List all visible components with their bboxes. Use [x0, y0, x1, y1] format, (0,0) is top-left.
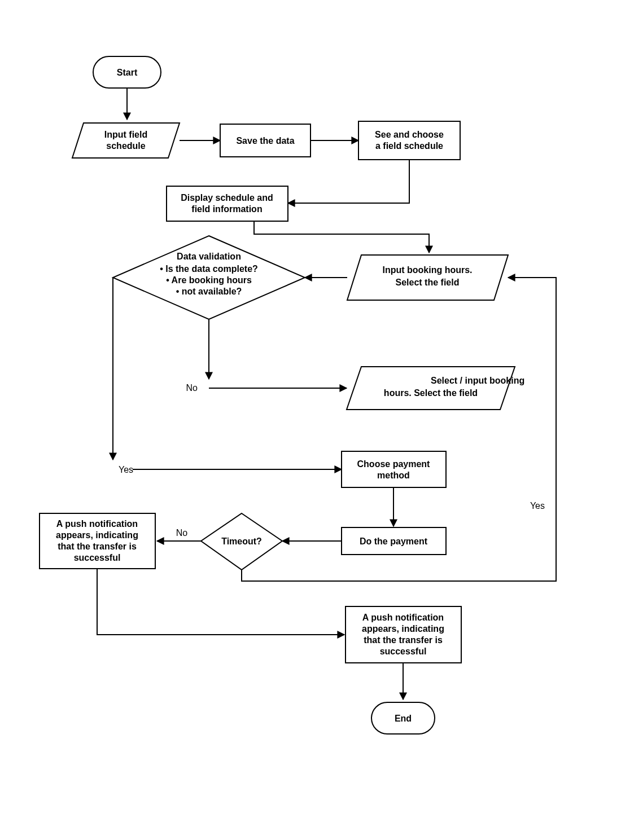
svg-rect-8 — [342, 451, 446, 487]
sb-l2: hours. Select the field — [384, 388, 478, 398]
node-do-payment: Do the payment — [342, 527, 446, 555]
ib-l2: Select the field — [396, 278, 460, 287]
p1-l3: that the transfer is — [58, 542, 137, 551]
node-end: End — [371, 702, 435, 734]
flowchart-canvas: Start Input field schedule Save the data… — [0, 0, 621, 840]
input-schedule-l1: Input field — [104, 130, 147, 139]
choose-l1: See and choose — [375, 130, 444, 139]
node-input-booking: Input booking hours. Select the field — [347, 255, 508, 300]
edge-yes1: Yes — [119, 465, 133, 474]
val-b2: • Are booking hours — [166, 275, 252, 285]
input-schedule-l2: schedule — [106, 141, 145, 151]
end-label: End — [395, 714, 412, 723]
val-title: Data validation — [177, 252, 241, 261]
node-timeout: Timeout? — [201, 513, 282, 570]
node-display-info: Display schedule and field information — [167, 186, 288, 221]
val-b1: • Is the data complete? — [160, 264, 258, 274]
display-l2: field information — [191, 204, 262, 214]
timeout-label: Timeout? — [221, 536, 262, 546]
sb-l1: Select / input booking — [431, 376, 524, 385]
p2-l4: successful — [380, 647, 427, 656]
p2-l3: that the transfer is — [364, 635, 443, 645]
node-start: Start — [93, 56, 161, 88]
ib-l1: Input booking hours. — [382, 265, 472, 275]
node-push2: A push notification appears, indicating … — [346, 606, 461, 663]
node-validation: Data validation • Is the data complete? … — [113, 236, 305, 319]
node-select-booking: Select / input booking hours. Select the… — [347, 367, 524, 410]
val-b3: • not available? — [176, 287, 242, 296]
edge-yes2: Yes — [530, 501, 545, 511]
edge — [288, 160, 409, 203]
node-input-schedule: Input field schedule — [72, 123, 180, 158]
edge — [254, 221, 429, 253]
p1-l1: A push notification — [56, 519, 138, 529]
p1-l2: appears, indicating — [56, 530, 138, 540]
cp-l1: Choose payment — [357, 459, 431, 469]
node-push1: A push notification appears, indicating … — [40, 513, 155, 569]
edge-no2: No — [176, 528, 188, 538]
edge — [97, 569, 344, 635]
node-save-data: Save the data — [220, 124, 310, 157]
edge-no1: No — [186, 383, 198, 393]
svg-rect-4 — [167, 186, 288, 221]
p1-l4: successful — [74, 553, 121, 562]
choose-l2: a field schedule — [375, 141, 443, 151]
start-label: Start — [117, 68, 138, 77]
p2-l2: appears, indicating — [362, 624, 444, 634]
svg-marker-1 — [72, 123, 180, 158]
dp-label: Do the payment — [360, 536, 428, 546]
svg-rect-3 — [358, 121, 460, 160]
cp-l2: method — [377, 470, 410, 480]
save-data-label: Save the data — [236, 136, 294, 146]
p2-l1: A push notification — [362, 613, 444, 622]
node-choose-payment: Choose payment method — [342, 451, 446, 487]
node-choose-schedule: See and choose a field schedule — [358, 121, 460, 160]
display-l1: Display schedule and — [181, 193, 273, 203]
